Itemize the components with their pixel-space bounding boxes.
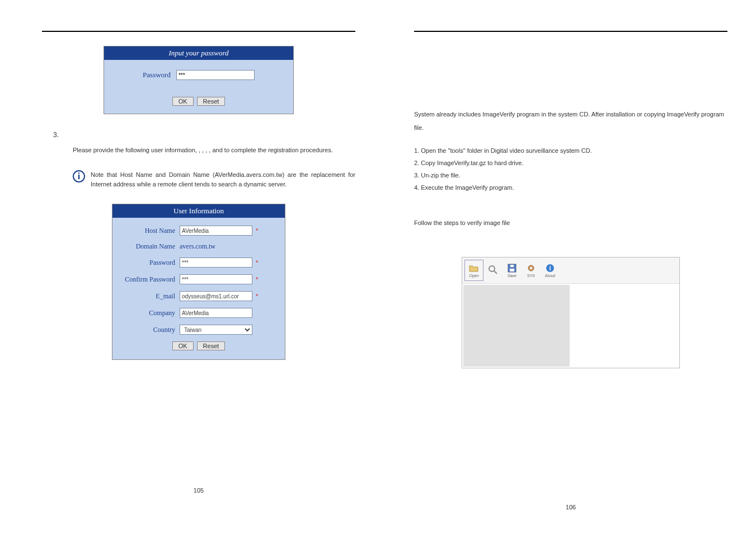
required-mark: * <box>256 276 258 283</box>
user-info-body: Host Name * Domain Name avers.com.tw Pas… <box>112 218 285 359</box>
info-note: i Note that Host Name and Domain Name (A… <box>73 170 355 190</box>
hostname-row: Host Name * <box>124 226 274 236</box>
verify-right-pane <box>572 285 678 367</box>
save-button[interactable]: Save <box>503 260 522 281</box>
company-row: Company <box>124 308 274 318</box>
password-row: Password * <box>124 257 274 268</box>
about-button[interactable]: i About <box>541 260 560 281</box>
imageverify-window: Open Save SYS <box>462 257 680 368</box>
open-button[interactable]: Open <box>464 260 483 281</box>
password-dialog-body: Password OK Reset <box>104 60 293 114</box>
country-row: Country Taiwan <box>124 325 274 335</box>
password-label: Password <box>143 71 171 79</box>
step-2: 2. Copy ImageVerify.tar.gz to hard drive… <box>414 157 727 169</box>
reset-button[interactable]: Reset <box>197 97 226 106</box>
spacer <box>414 46 727 107</box>
steps-list: 1. Open the "tools" folder in Digital vi… <box>414 144 727 194</box>
email-row: E_mail * <box>124 291 274 301</box>
info-icon: i <box>73 170 85 182</box>
magnifier-icon <box>487 265 499 275</box>
step-text: Please provide the following user inform… <box>73 144 350 156</box>
svg-line-1 <box>494 271 497 274</box>
ok-button[interactable]: OK <box>172 97 194 106</box>
save-label: Save <box>508 274 516 278</box>
verify-left-pane <box>463 285 570 367</box>
password-dialog-title: Input your password <box>104 46 293 60</box>
password-row: Password <box>143 70 255 80</box>
company-label: Company <box>124 309 180 317</box>
ok-button[interactable]: OK <box>172 341 194 350</box>
spacer <box>414 240 727 257</box>
disk-icon <box>506 263 518 273</box>
folder-icon <box>468 263 480 273</box>
svg-text:i: i <box>549 265 551 271</box>
required-mark: * <box>256 259 258 266</box>
password-button-row: OK Reset <box>172 97 226 106</box>
domain-label: Domain Name <box>124 242 180 251</box>
confirm-password-label: Confirm Password <box>124 275 180 284</box>
svg-rect-3 <box>510 269 514 271</box>
confirm-password-row: Confirm Password * <box>124 274 274 284</box>
step-3: 3. Un-zip the file. <box>414 169 727 181</box>
page-right: System already includes ImageVerify prog… <box>414 31 727 368</box>
confirm-password-input[interactable] <box>180 274 252 284</box>
country-label: Country <box>124 326 180 334</box>
user-info-button-row: OK Reset <box>124 341 274 350</box>
svg-rect-4 <box>510 265 514 267</box>
info-icon: i <box>544 263 556 273</box>
info-text: Note that Host Name and Domain Name (AVe… <box>91 170 355 190</box>
step-1: 1. Open the "tools" folder in Digital vi… <box>414 144 727 157</box>
open-label: Open <box>469 274 478 278</box>
password-label: Password <box>124 259 180 267</box>
verify-button[interactable] <box>483 260 503 281</box>
follow-text: Follow the steps to verify image file <box>414 216 727 229</box>
page-left: Input your password Password OK Reset 3.… <box>42 31 355 360</box>
svg-point-6 <box>530 267 532 269</box>
step-4: 4. Execute the ImageVerify program. <box>414 181 727 194</box>
toolbar: Open Save SYS <box>462 257 679 284</box>
hostname-label: Host Name <box>124 227 180 235</box>
page-number-left: 105 <box>42 487 355 494</box>
reset-button[interactable]: Reset <box>197 341 226 350</box>
hostname-input[interactable] <box>180 226 252 236</box>
step-number: 3. <box>53 131 355 139</box>
email-label: E_mail <box>124 292 180 301</box>
password-input[interactable] <box>180 257 252 268</box>
sys-label: SYS <box>527 274 535 278</box>
domain-row: Domain Name avers.com.tw <box>124 242 274 251</box>
svg-point-0 <box>489 266 495 271</box>
verify-body <box>462 284 679 368</box>
password-input[interactable] <box>176 70 255 80</box>
required-mark: * <box>256 293 258 299</box>
required-mark: * <box>256 227 258 234</box>
intro-text: System already includes ImageVerify prog… <box>414 107 727 134</box>
sys-button[interactable]: SYS <box>522 260 541 281</box>
gear-icon <box>525 263 537 273</box>
user-info-title: User Information <box>112 204 285 218</box>
about-label: About <box>545 274 555 278</box>
company-input[interactable] <box>180 308 252 318</box>
divider <box>414 31 727 32</box>
divider <box>42 31 355 32</box>
email-input[interactable] <box>180 291 252 301</box>
user-info-dialog: User Information Host Name * Domain Name… <box>112 204 285 360</box>
domain-value: avers.com.tw <box>180 242 215 251</box>
page-number-right: 106 <box>414 504 727 510</box>
country-select[interactable]: Taiwan <box>180 325 252 335</box>
password-dialog: Input your password Password OK Reset <box>104 46 294 114</box>
